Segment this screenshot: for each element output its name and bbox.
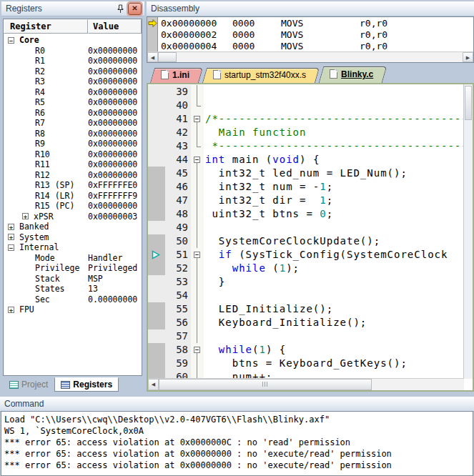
- fold-column[interactable]: [191, 289, 204, 302]
- scrollbar-thumb[interactable]: [465, 86, 472, 120]
- fold-column[interactable]: [191, 167, 204, 180]
- fold-collapse-icon[interactable]: −: [194, 347, 200, 353]
- code-margin[interactable]: [148, 99, 165, 112]
- fold-column[interactable]: [191, 221, 204, 234]
- code-line[interactable]: 49: [148, 221, 464, 234]
- registers-panel-titlebar[interactable]: Registers ✕: [1, 1, 144, 16]
- editor-vscrollbar[interactable]: [463, 84, 473, 379]
- register-row[interactable]: R110x00000000: [4, 159, 142, 170]
- code-margin[interactable]: [148, 316, 165, 329]
- code-margin[interactable]: [148, 302, 165, 316]
- column-header-value[interactable]: Value: [88, 19, 142, 34]
- fold-column[interactable]: [191, 316, 204, 329]
- expand-toggle-icon[interactable]: +: [8, 224, 14, 230]
- register-row[interactable]: R15 (PC)0x00000000: [4, 201, 142, 212]
- fold-column[interactable]: −: [191, 153, 204, 167]
- scrollbar-track[interactable]: [177, 52, 463, 62]
- scrollbar-thumb[interactable]: [158, 52, 177, 62]
- fold-column[interactable]: −: [191, 112, 204, 126]
- fold-column[interactable]: [191, 275, 204, 289]
- editor-tab-blinky-c[interactable]: Blinky.c: [321, 66, 385, 83]
- expand-toggle-icon[interactable]: −: [8, 37, 14, 44]
- register-row[interactable]: PrivilegePrivileged: [4, 263, 142, 274]
- fold-column[interactable]: [191, 234, 204, 248]
- code-line[interactable]: 46 int32_t num = -1;: [148, 180, 464, 194]
- disasm-row[interactable]: 0x000000000000MOVSr0,r0: [158, 18, 473, 29]
- code-margin[interactable]: [148, 329, 165, 343]
- command-output[interactable]: Load "C:\\Users\\cwq\\Desktop\\v2.0-407V…: [1, 411, 473, 476]
- code-line[interactable]: 50 SystemCoreClockUpdate();: [148, 234, 464, 248]
- register-row[interactable]: −Internal: [4, 242, 142, 253]
- code-margin[interactable]: [148, 126, 165, 139]
- disassembly-panel-titlebar[interactable]: Disassembly: [147, 1, 474, 16]
- disasm-row[interactable]: 0x000000040000MOVSr0,r0: [158, 41, 473, 52]
- expand-toggle-icon[interactable]: +: [8, 307, 14, 313]
- register-row[interactable]: R14 (LR)0xFFFFFFF9: [4, 191, 142, 202]
- code-margin[interactable]: [148, 234, 165, 248]
- code-line[interactable]: 55 LED_Initialize();: [148, 302, 464, 316]
- register-row[interactable]: R20x00000000: [4, 66, 142, 77]
- code-line[interactable]: 39: [148, 85, 464, 99]
- pin-icon[interactable]: [115, 4, 125, 14]
- fold-collapse-icon[interactable]: −: [194, 157, 200, 163]
- code-line[interactable]: 41−/*-----------------------------------…: [148, 112, 464, 126]
- disassembly-margin[interactable]: [147, 17, 158, 52]
- code-line[interactable]: 56 Keyboard_Initialize();: [148, 316, 464, 329]
- code-margin[interactable]: [148, 357, 165, 370]
- fold-column[interactable]: [191, 302, 204, 316]
- register-row[interactable]: +xPSR0x00000003: [4, 212, 142, 222]
- tab-project[interactable]: Project: [3, 377, 54, 392]
- disasm-row[interactable]: 0x000000020000MOVSr0,r0: [158, 29, 473, 41]
- scroll-right-icon[interactable]: ▶: [463, 52, 473, 62]
- fold-collapse-icon[interactable]: −: [194, 116, 200, 122]
- expand-toggle-icon[interactable]: +: [8, 234, 14, 240]
- column-header-register[interactable]: Register: [4, 19, 88, 34]
- register-row[interactable]: +System: [4, 232, 142, 243]
- register-row[interactable]: Sec0.00000000: [4, 294, 142, 305]
- code-line[interactable]: 54: [148, 289, 464, 302]
- code-line[interactable]: 47 int32_t dir = 1;: [148, 194, 464, 207]
- register-row[interactable]: R60x00000000: [4, 108, 142, 119]
- register-row[interactable]: States13: [4, 284, 142, 294]
- editor-tab-startup_stm32f40xx-s[interactable]: startup_stm32f40xx.s: [204, 68, 317, 83]
- register-row[interactable]: ModeHandler: [4, 253, 142, 264]
- fold-column[interactable]: −: [191, 343, 204, 357]
- disassembly-hscrollbar[interactable]: ◀ ▶: [147, 51, 473, 62]
- fold-column[interactable]: [191, 85, 204, 99]
- code-line[interactable]: 43 *------------------------------------…: [148, 139, 464, 153]
- register-row[interactable]: StackMSP: [4, 274, 142, 284]
- code-margin[interactable]: [148, 275, 165, 289]
- register-row[interactable]: R00x00000000: [4, 46, 142, 56]
- code-line[interactable]: 42 Main function: [148, 126, 464, 139]
- register-row[interactable]: +Banked: [4, 222, 142, 232]
- fold-column[interactable]: [191, 180, 204, 194]
- code-margin[interactable]: [148, 207, 165, 221]
- code-margin[interactable]: [148, 139, 165, 153]
- register-row[interactable]: R80x00000000: [4, 129, 142, 139]
- register-row[interactable]: R90x00000000: [4, 139, 142, 149]
- code-line[interactable]: 51− if (SysTick_Config(SystemCoreClock: [148, 248, 464, 262]
- fold-column[interactable]: [191, 194, 204, 207]
- code-line[interactable]: 57: [148, 329, 464, 343]
- register-row[interactable]: R70x00000000: [4, 118, 142, 129]
- code-margin[interactable]: [148, 112, 165, 126]
- code-line[interactable]: 58− while(1) {: [148, 343, 464, 357]
- code-margin[interactable]: [148, 85, 165, 99]
- code-margin[interactable]: [148, 167, 165, 180]
- register-row[interactable]: R10x00000000: [4, 56, 142, 66]
- expand-toggle-icon[interactable]: +: [22, 213, 29, 219]
- register-row[interactable]: R100x00000000: [4, 149, 142, 160]
- code-margin[interactable]: [148, 194, 165, 207]
- code-margin[interactable]: [148, 262, 165, 275]
- register-row[interactable]: −Core: [4, 35, 142, 46]
- register-row[interactable]: R50x00000000: [4, 97, 142, 108]
- editor-tab-1-ini[interactable]: 1.ini: [152, 68, 201, 83]
- code-line[interactable]: 40: [148, 99, 464, 112]
- code-line[interactable]: 53 }: [148, 275, 464, 289]
- scrollbar-thumb[interactable]: [159, 379, 372, 390]
- command-panel-titlebar[interactable]: Command: [0, 397, 474, 412]
- code-margin[interactable]: [148, 153, 165, 167]
- code-margin[interactable]: [148, 221, 165, 234]
- code-line[interactable]: 45 int32_t led_num = LED_Num();: [148, 167, 464, 180]
- code-margin[interactable]: [148, 343, 165, 357]
